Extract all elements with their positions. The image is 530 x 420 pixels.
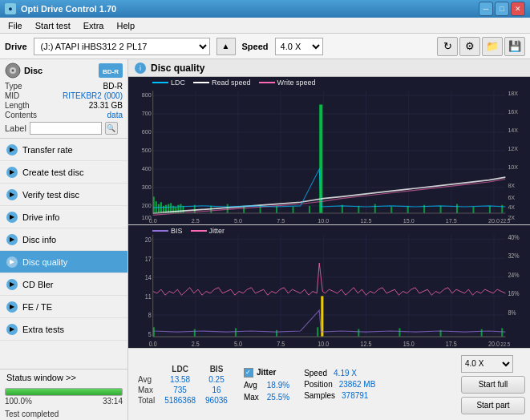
legend-ldc: LDC [152,79,185,87]
svg-text:5.0: 5.0 [234,216,242,224]
svg-text:17.5: 17.5 [446,216,457,224]
svg-text:0.0: 0.0 [149,216,157,224]
chart-bis: BIS Jitter 20 [128,225,530,348]
svg-text:7.5: 7.5 [277,216,285,224]
sidebar-item-drive-info[interactable]: ▶ Drive info [0,206,127,228]
label-icon-btn[interactable]: 🔍 [105,122,118,135]
maximize-button[interactable]: □ [495,2,509,16]
samples-val: 378791 [342,391,368,400]
svg-text:24%: 24% [508,271,519,279]
svg-text:8: 8 [148,312,152,320]
speed-info: Speed 4.19 X Position 23862 MB Samples 3… [304,369,375,400]
svg-text:32%: 32% [508,252,519,260]
chart2-legend: BIS Jitter [152,227,225,235]
minimize-button[interactable]: ─ [479,2,493,16]
svg-text:BD-R: BD-R [103,68,119,75]
jitter-label: Jitter [257,368,276,377]
svg-text:5: 5 [148,330,152,338]
jitter-checkbox[interactable]: ✓ [244,368,253,378]
menu-start-test[interactable]: Start test [30,20,75,31]
drive-select[interactable]: (J:) ATAPI iHBS312 2 PL17 [34,38,210,55]
svg-text:8X: 8X [508,181,515,189]
sidebar-nav: ▶ Transfer rate ▶ Create test disc ▶ Ver… [0,139,127,369]
disc-quality-label: Disc quality [22,257,67,267]
svg-text:600: 600 [142,128,152,136]
svg-text:12.5: 12.5 [361,340,372,348]
svg-rect-122 [276,330,277,337]
svg-text:0.0: 0.0 [149,340,157,348]
drive-info-icon: ▶ [6,212,18,223]
avg-ldc: 13.58 [160,374,200,385]
svg-rect-129 [321,296,323,337]
menu-extra[interactable]: Extra [79,20,109,31]
speed-info-val: 4.19 X [334,369,357,378]
svg-rect-120 [194,329,196,336]
transfer-rate-label: Transfer rate [22,145,73,155]
svg-text:15.0: 15.0 [403,340,415,348]
svg-text:300: 300 [142,184,152,192]
ldc-header: LDC [160,364,200,374]
footer-speed-select[interactable]: 4.0 X [461,355,513,373]
position-label: Position [304,380,333,389]
status-window-button[interactable]: Status window >> [0,370,127,386]
stats-footer: LDC BIS Avg 13.58 0.25 Max 735 16 Tota [128,348,530,420]
save-icon[interactable]: 💾 [504,37,525,56]
disc-quality-header-icon: i [135,63,146,74]
disc-quality-title: Disc quality [151,63,204,74]
speed-select[interactable]: 4.0 X [275,38,323,55]
sidebar-item-disc-quality[interactable]: ▶ Disc quality [0,251,127,273]
progress-bar [5,388,123,396]
fe-te-label: FE / TE [22,302,52,312]
sidebar-item-verify-test-disc[interactable]: ▶ Verify test disc [0,184,127,206]
max-ldc: 735 [160,385,200,395]
svg-text:10.0: 10.0 [318,340,329,348]
svg-rect-124 [358,329,359,336]
write-speed-legend-dot [259,82,275,83]
svg-text:16X: 16X [508,108,518,116]
svg-text:40%: 40% [508,233,519,241]
chart1-legend: LDC Read speed Write speed [152,79,315,87]
start-part-button[interactable]: Start part [461,397,525,414]
disc-type-row: Type BD-R [5,82,123,91]
refresh-icon[interactable]: ↻ [437,37,458,56]
chart1-svg: 800 700 600 500 400 300 200 100 18X 16X … [128,77,530,224]
fe-te-icon: ▶ [6,301,18,313]
sidebar-item-fe-te[interactable]: ▶ FE / TE [0,296,127,318]
svg-rect-79 [489,206,491,213]
svg-rect-72 [374,204,376,213]
total-label: Total [133,395,160,406]
legend-bis: BIS [152,227,183,235]
progress-area: 100.0% 33:14 [0,386,127,408]
extra-tests-label: Extra tests [22,325,64,334]
settings-icon[interactable]: ⚙ [459,37,480,56]
svg-rect-123 [317,327,318,337]
svg-rect-78 [472,207,474,213]
progress-fill [6,389,122,395]
create-test-icon: ▶ [6,167,18,178]
eject-button[interactable]: ▲ [216,38,236,55]
start-full-button[interactable]: Start full [461,376,525,394]
read-speed-legend-dot [193,82,209,83]
svg-text:12X: 12X [508,145,518,153]
label-input[interactable] [30,122,102,135]
menubar: File Start test Extra Help [0,18,530,34]
max-label: Max [133,385,160,395]
close-button[interactable]: ✕ [511,2,525,16]
menu-help[interactable]: Help [111,20,140,31]
svg-rect-77 [456,204,458,213]
sidebar-item-cd-bler[interactable]: ▶ CD Bler [0,273,127,296]
menu-file[interactable]: File [3,20,27,31]
sidebar-item-transfer-rate[interactable]: ▶ Transfer rate [0,139,127,161]
disc-icon [5,63,21,79]
svg-text:7.5: 7.5 [277,340,285,348]
sidebar-item-extra-tests[interactable]: ▶ Extra tests [0,318,127,341]
sidebar-item-disc-info[interactable]: ▶ Disc info [0,228,127,251]
drive-label: Drive [5,42,27,51]
sidebar-item-create-test-disc[interactable]: ▶ Create test disc [0,161,127,184]
svg-rect-125 [399,328,400,337]
avg-label: Avg [133,374,160,385]
svg-text:17: 17 [145,255,152,263]
disc-panel: Disc BD-R Type BD-R MID RITEKBR2 (000) L… [0,59,127,139]
app-title: Opti Drive Control 1.70 [21,4,116,14]
folder-icon[interactable]: 📁 [482,37,503,56]
